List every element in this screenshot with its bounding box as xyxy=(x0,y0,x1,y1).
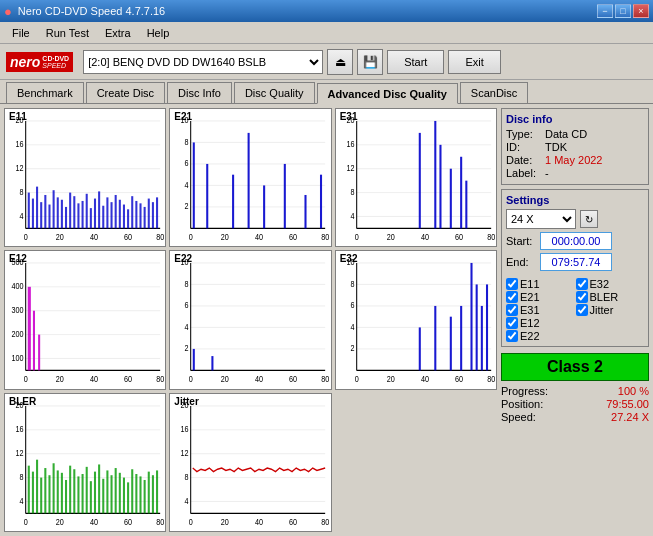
svg-rect-160 xyxy=(434,306,436,370)
tab-advanced-disc-quality[interactable]: Advanced Disc Quality xyxy=(317,83,458,104)
svg-rect-30 xyxy=(77,203,79,228)
svg-text:2: 2 xyxy=(185,344,189,354)
eject-button[interactable]: ⏏ xyxy=(327,49,353,75)
disc-label-row: Label: - xyxy=(506,167,644,179)
svg-rect-96 xyxy=(439,145,441,229)
svg-text:80: 80 xyxy=(321,518,330,528)
svg-text:2: 2 xyxy=(185,202,189,212)
e11-label: E11 xyxy=(520,278,540,290)
menu-file[interactable]: File xyxy=(4,25,38,41)
svg-text:12: 12 xyxy=(16,164,24,174)
e21-checkbox[interactable] xyxy=(506,291,518,303)
tab-disc-quality[interactable]: Disc Quality xyxy=(234,82,315,103)
svg-text:60: 60 xyxy=(455,375,464,385)
window-controls[interactable]: − □ × xyxy=(597,4,649,18)
menu-extra[interactable]: Extra xyxy=(97,25,139,41)
svg-rect-164 xyxy=(475,285,477,371)
start-label: Start: xyxy=(506,235,536,247)
svg-text:100: 100 xyxy=(12,354,25,364)
start-button[interactable]: Start xyxy=(387,50,444,74)
svg-rect-48 xyxy=(152,202,154,228)
svg-rect-19 xyxy=(32,199,34,229)
progress-panel: Progress: 100 % Position: 79:55.00 Speed… xyxy=(501,385,649,424)
jitter-checkbox[interactable] xyxy=(576,304,588,316)
bler-checkbox[interactable] xyxy=(576,291,588,303)
svg-text:60: 60 xyxy=(124,375,133,385)
e11-checkbox[interactable] xyxy=(506,278,518,290)
svg-text:8: 8 xyxy=(20,187,24,197)
maximize-button[interactable]: □ xyxy=(615,4,631,18)
svg-text:8: 8 xyxy=(185,137,189,147)
refresh-button[interactable]: ↻ xyxy=(580,210,598,228)
menu-help[interactable]: Help xyxy=(139,25,178,41)
svg-text:200: 200 xyxy=(12,330,25,340)
svg-text:40: 40 xyxy=(421,233,430,243)
svg-text:60: 60 xyxy=(289,233,298,243)
svg-text:400: 400 xyxy=(12,282,25,292)
svg-text:16: 16 xyxy=(16,140,24,150)
svg-rect-159 xyxy=(418,328,420,371)
svg-rect-73 xyxy=(284,164,286,228)
e12-checkbox-item: E12 xyxy=(506,317,575,329)
main-content: E11 20 16 12 8 4 0 20 xyxy=(0,104,653,536)
svg-text:20: 20 xyxy=(386,233,395,243)
exit-button[interactable]: Exit xyxy=(448,50,500,74)
tab-create-disc[interactable]: Create Disc xyxy=(86,82,165,103)
svg-rect-214 xyxy=(148,471,150,513)
close-button[interactable]: × xyxy=(633,4,649,18)
progress-row: Progress: 100 % xyxy=(501,385,649,397)
end-time-row: End: xyxy=(506,253,644,271)
tab-benchmark[interactable]: Benchmark xyxy=(6,82,84,103)
svg-rect-205 xyxy=(111,475,113,513)
svg-rect-28 xyxy=(69,193,71,229)
svg-rect-194 xyxy=(65,480,67,513)
svg-text:8: 8 xyxy=(350,280,354,290)
minimize-button[interactable]: − xyxy=(597,4,613,18)
svg-rect-34 xyxy=(94,199,96,229)
svg-rect-25 xyxy=(57,197,59,228)
svg-rect-139 xyxy=(193,349,195,370)
chart-e31: E31 20 16 12 8 4 0 20 40 60 80 xyxy=(335,108,497,247)
svg-rect-33 xyxy=(90,208,92,228)
svg-rect-32 xyxy=(86,194,88,229)
svg-rect-29 xyxy=(73,196,75,228)
menu-runtest[interactable]: Run Test xyxy=(38,25,97,41)
charts-area: E11 20 16 12 8 4 0 20 xyxy=(4,108,497,532)
e22-checkbox-item: E22 xyxy=(506,330,575,342)
svg-text:80: 80 xyxy=(321,233,330,243)
e32-checkbox[interactable] xyxy=(576,278,588,290)
svg-text:80: 80 xyxy=(487,233,496,243)
svg-rect-40 xyxy=(119,200,121,229)
tab-scandisc[interactable]: ScanDisc xyxy=(460,82,528,103)
e12-label: E12 xyxy=(520,317,540,329)
position-label: Position: xyxy=(501,398,543,410)
svg-rect-185 xyxy=(28,465,30,513)
end-time-input[interactable] xyxy=(540,253,612,271)
disc-date-row: Date: 1 May 2022 xyxy=(506,154,644,166)
toolbar: nero CD·DVD SPEED [2:0] BENQ DVD DD DW16… xyxy=(0,44,653,80)
titlebar: ● Nero CD-DVD Speed 4.7.7.16 − □ × xyxy=(0,0,653,22)
class-badge: Class 2 xyxy=(501,353,649,381)
svg-rect-211 xyxy=(135,474,137,513)
cd-dvd-speed-logo: CD·DVD xyxy=(42,55,69,62)
e12-checkbox[interactable] xyxy=(506,317,518,329)
chart-jitter: Jitter 20 16 12 8 4 0 20 40 60 80 xyxy=(169,393,331,532)
speed-row: 24 X Max 4 X 8 X 16 X 32 X 40 X ↻ xyxy=(506,209,644,229)
svg-rect-166 xyxy=(486,285,488,371)
svg-rect-196 xyxy=(73,469,75,513)
svg-text:16: 16 xyxy=(16,424,24,434)
svg-text:6: 6 xyxy=(350,301,354,311)
svg-rect-31 xyxy=(82,201,84,228)
e22-checkbox[interactable] xyxy=(506,330,518,342)
drive-select[interactable]: [2:0] BENQ DVD DD DW1640 BSLB xyxy=(83,50,323,74)
e31-checkbox[interactable] xyxy=(506,304,518,316)
menubar: File Run Test Extra Help xyxy=(0,22,653,44)
svg-rect-162 xyxy=(460,306,462,370)
start-time-input[interactable] xyxy=(540,232,612,250)
jitter-label: Jitter xyxy=(590,304,614,316)
save-button[interactable]: 💾 xyxy=(357,49,383,75)
tab-disc-info[interactable]: Disc Info xyxy=(167,82,232,103)
svg-rect-187 xyxy=(36,459,38,513)
speed-select[interactable]: 24 X Max 4 X 8 X 16 X 32 X 40 X xyxy=(506,209,576,229)
svg-text:4: 4 xyxy=(185,323,190,333)
